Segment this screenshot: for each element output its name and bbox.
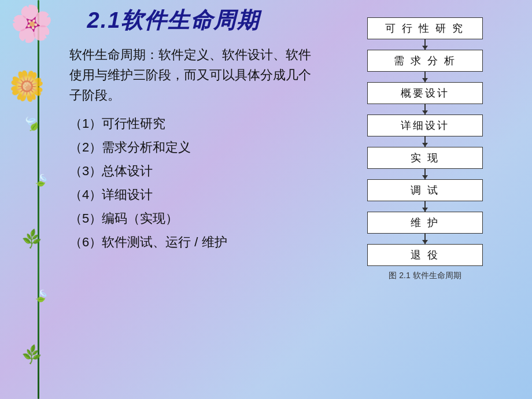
flow-box-3: 详细设计 bbox=[367, 114, 483, 136]
list-item-3: （3）总体设计 bbox=[69, 161, 312, 180]
page-title: 2.1软件生命周期 bbox=[35, 6, 312, 35]
right-panel: 可 行 性 研 究 需 求 分 析 概要设计 详细设计 实 现 调 试 维 护 … bbox=[324, 0, 532, 399]
flow-arrow-1 bbox=[424, 72, 426, 82]
flow-box-2: 概要设计 bbox=[367, 82, 483, 104]
flow-arrow-3 bbox=[424, 136, 426, 147]
flow-box-4: 实 现 bbox=[367, 147, 483, 169]
flowchart-caption: 图 2.1 软件生命周期 bbox=[389, 271, 461, 281]
flow-arrow-2 bbox=[424, 104, 426, 114]
flow-box-5: 调 试 bbox=[367, 179, 483, 201]
intro-text: 软件生命周期：软件定义、软件设计、软件使用与维护三阶段，而又可以具体分成几个子阶… bbox=[69, 45, 312, 106]
left-panel: 2.1软件生命周期 软件生命周期：软件定义、软件设计、软件使用与维护三阶段，而又… bbox=[0, 0, 324, 399]
list-item-5: （5）编码（实现） bbox=[69, 209, 312, 228]
flow-box-0: 可 行 性 研 究 bbox=[367, 17, 483, 39]
list-item-4: （4）详细设计 bbox=[69, 185, 312, 204]
flow-box-7: 退 役 bbox=[367, 244, 483, 266]
list-item-1: （1）可行性研究 bbox=[69, 114, 312, 133]
list-item-6: （6）软件测试、运行 / 维护 bbox=[69, 232, 312, 252]
flow-arrow-4 bbox=[424, 169, 426, 179]
flow-box-1: 需 求 分 析 bbox=[367, 50, 483, 72]
flowchart: 可 行 性 研 究 需 求 分 析 概要设计 详细设计 实 现 调 试 维 护 … bbox=[367, 17, 483, 281]
page: 🌸 🌼 🍃 🍃 🌿 🍃 🌿 2.1软件生命周期 软件生命周期：软件定义、软件设计… bbox=[0, 0, 532, 399]
flow-arrow-6 bbox=[424, 234, 426, 244]
flow-arrow-5 bbox=[424, 201, 426, 212]
flow-box-6: 维 护 bbox=[367, 212, 483, 234]
flow-arrow-0 bbox=[424, 39, 426, 50]
list-item-2: （2）需求分析和定义 bbox=[69, 138, 312, 157]
